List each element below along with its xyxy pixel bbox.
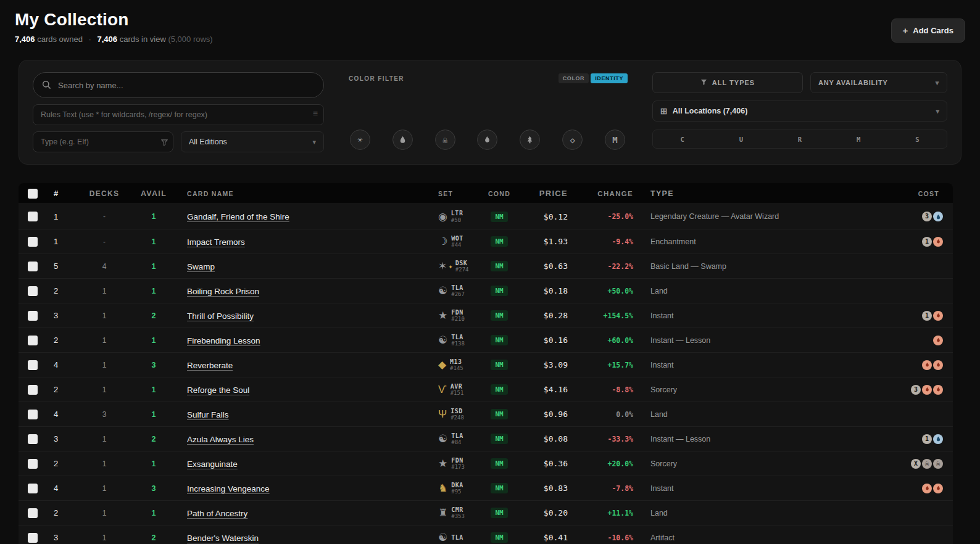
row-checkbox[interactable] — [28, 385, 38, 395]
rarity-c-button[interactable]: C — [653, 130, 712, 148]
column-header-name[interactable]: CARD NAME — [179, 190, 432, 197]
price-change: 0.0% — [574, 410, 638, 419]
column-header-set[interactable]: SET — [432, 190, 479, 197]
mana-filter-u-button[interactable] — [392, 130, 413, 150]
rarity-s-button[interactable]: S — [888, 130, 947, 148]
table-row[interactable]: 2 1 1 Reforge the Soul Ѵ AVR #151 NM $4.… — [19, 377, 953, 402]
condition-badge: NM — [491, 261, 507, 271]
table-row[interactable]: 3 1 2 Thrill of Possibility ★ FDN #210 N… — [19, 303, 953, 328]
card-type: Instant — Lesson — [638, 435, 866, 443]
mana-filter-r-button[interactable] — [477, 130, 497, 150]
card-name-link[interactable]: Swamp — [187, 262, 215, 271]
column-header-qty[interactable]: # — [51, 189, 80, 198]
row-checkbox[interactable] — [28, 311, 38, 321]
mana-filter-c-button[interactable]: ◇ — [562, 130, 583, 150]
column-header-type[interactable]: TYPE — [638, 189, 866, 198]
row-checkbox[interactable] — [28, 237, 38, 247]
card-name-link[interactable]: Azula Always Lies — [187, 435, 254, 444]
price-change: -10.6% — [574, 534, 638, 542]
set-cell: ☽ WOT #44 — [432, 235, 479, 249]
condition-badge: NM — [491, 409, 507, 419]
column-header-cond[interactable]: COND — [479, 190, 520, 197]
mana-filter-w-button[interactable]: ☀ — [350, 130, 370, 150]
availability-value: ANY AVAILABILITY — [818, 79, 931, 86]
price: $0.18 — [520, 286, 574, 295]
card-name-link[interactable]: Increasing Vengeance — [187, 484, 270, 493]
table-row[interactable]: 4 1 3 Reverberate ◆ M13 #145 NM $3.09 +1… — [19, 352, 953, 377]
collector-number: #44 — [451, 242, 463, 248]
card-name-link[interactable]: Firebending Lesson — [187, 336, 260, 345]
row-checkbox[interactable] — [28, 336, 38, 345]
editions-select[interactable]: All Editions ▾ — [181, 131, 324, 152]
rarity-r-button[interactable]: R — [770, 130, 829, 148]
card-name-link[interactable]: Sulfur Falls — [187, 410, 229, 419]
set-code: AVR — [451, 383, 464, 390]
card-name-link[interactable]: Reforge the Soul — [187, 385, 249, 395]
table-row[interactable]: 2 1 1 Firebending Lesson ☯ TLA #138 NM $… — [19, 328, 953, 352]
rules-text-input[interactable] — [33, 104, 324, 125]
row-checkbox[interactable] — [28, 286, 38, 296]
card-name-link[interactable]: Reverberate — [187, 361, 233, 370]
table-row[interactable]: 1 - 1 Impact Tremors ☽ WOT #44 NM $1.93 … — [19, 229, 953, 253]
table-row[interactable]: 3 1 2 Bender's Waterskin ☯ TLA NM $0.41 … — [19, 525, 953, 544]
table-row[interactable]: 4 3 1 Sulfur Falls Ψ ISD #248 NM $0.96 0… — [19, 402, 953, 426]
identity-mode-button[interactable]: IDENTITY — [591, 73, 628, 83]
card-type: Legendary Creature — Avatar Wizard — [638, 212, 866, 221]
table-row[interactable]: 2 1 1 Path of Ancestry ♜ CMR #353 NM $0.… — [19, 500, 953, 525]
collection-stats: 7,406 cards owned · 7,406 cards in view … — [15, 35, 213, 44]
decks-count: 1 — [80, 509, 128, 517]
card-name-link[interactable]: Path of Ancestry — [187, 509, 247, 518]
card-name-link[interactable]: Bender's Waterskin — [187, 534, 259, 543]
table-row[interactable]: 4 1 3 Increasing Vengeance ♞ DKA #95 NM … — [19, 476, 953, 500]
set-cell: ♜ CMR #353 — [432, 506, 479, 520]
column-header-avail[interactable]: AVAIL — [128, 189, 179, 198]
card-name-link[interactable]: Exsanguinate — [187, 460, 238, 469]
rarity-m-button[interactable]: M — [829, 130, 888, 148]
column-header-change[interactable]: CHANGE — [574, 190, 638, 197]
rarity-u-button[interactable]: U — [712, 130, 770, 148]
all-types-button[interactable]: ALL TYPES — [652, 72, 803, 93]
type-input[interactable] — [33, 131, 173, 152]
mana-r-icon — [933, 484, 943, 493]
mana-x-icon: X — [911, 459, 921, 469]
row-checkbox[interactable] — [28, 262, 38, 271]
table-row[interactable]: 2 1 1 Exsanguinate ★ FDN #173 NM $0.36 +… — [19, 451, 953, 476]
mana-cost: 3 — [866, 385, 953, 395]
search-input[interactable] — [33, 72, 324, 98]
column-header-price[interactable]: PRICE — [520, 189, 574, 198]
price-change: -25.0% — [574, 212, 638, 221]
row-checkbox[interactable] — [28, 410, 38, 419]
row-checkbox[interactable] — [28, 360, 38, 370]
table-row[interactable]: 1 - 1 Gandalf, Friend of the Shire ◉ LTR… — [19, 204, 953, 229]
select-all-checkbox[interactable] — [28, 189, 38, 199]
row-checkbox[interactable] — [28, 212, 38, 221]
mana-filter-m-button[interactable]: M — [605, 130, 625, 150]
price: $0.20 — [520, 508, 574, 517]
price-change: +50.0% — [574, 287, 638, 295]
row-checkbox[interactable] — [28, 459, 38, 469]
color-mode-button[interactable]: COLOR — [559, 73, 589, 83]
mana-filter-g-button[interactable] — [520, 130, 540, 150]
collector-number: #151 — [451, 390, 464, 396]
row-checkbox[interactable] — [28, 434, 38, 444]
editions-value: All Editions — [189, 138, 307, 146]
card-name-link[interactable]: Gandalf, Friend of the Shire — [187, 212, 289, 221]
card-name-link[interactable]: Boiling Rock Prison — [187, 287, 259, 296]
row-checkbox[interactable] — [28, 533, 38, 543]
table-row[interactable]: 2 1 1 Boiling Rock Prison ☯ TLA #267 NM … — [19, 278, 953, 303]
card-name-link[interactable]: Impact Tremors — [187, 237, 245, 247]
add-cards-button[interactable]: + Add Cards — [891, 19, 966, 43]
price: $0.36 — [520, 459, 574, 468]
column-header-decks[interactable]: DECKS — [80, 189, 128, 198]
card-name-link[interactable]: Thrill of Possibility — [187, 311, 254, 321]
locations-select[interactable]: ⊞ All Locations (7,406) ▾ — [652, 101, 947, 122]
mana-filter-b-button[interactable]: ☠ — [435, 130, 455, 150]
set-cell: ◉ LTR #50 — [432, 210, 479, 223]
table-row[interactable]: 3 1 2 Azula Always Lies ☯ TLA #84 NM $0.… — [19, 426, 953, 451]
collector-number: #274 — [455, 266, 469, 273]
column-header-cost[interactable]: COST — [866, 190, 953, 197]
table-row[interactable]: 5 4 1 Swamp ✶ ✦ DSK #274 NM $0.63 -22.2%… — [19, 253, 953, 278]
row-checkbox[interactable] — [28, 508, 38, 518]
availability-select[interactable]: ANY AVAILABILITY ▾ — [810, 72, 947, 93]
row-checkbox[interactable] — [28, 484, 38, 493]
